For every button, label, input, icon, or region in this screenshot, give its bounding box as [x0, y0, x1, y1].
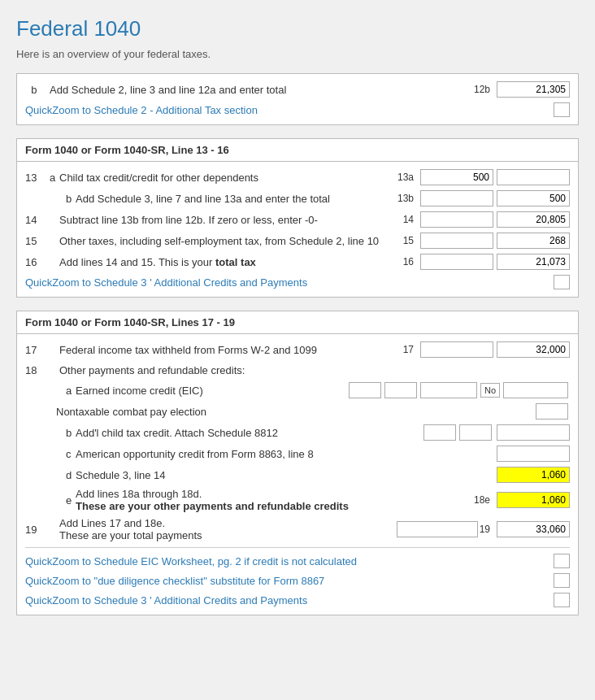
quickzoom-schedule2[interactable]: QuickZoom to Schedule 2 - Additional Tax… [25, 100, 570, 120]
row-14: 14 Subtract line 13b from line 12b. If z… [25, 209, 570, 230]
value-16-inline[interactable] [420, 254, 493, 270]
box-18b-2[interactable] [459, 424, 492, 441]
value-19[interactable]: 33,060 [497, 521, 570, 537]
row-18a-label: Earned income credit (EIC) [76, 385, 347, 397]
row-12b: b Add Schedule 2, line 3 and line 12a an… [25, 79, 570, 100]
section-lines-13-16: Form 1040 or Form 1040-SR, Line 13 - 16 … [16, 138, 579, 298]
row-18a: a Earned income credit (EIC) No [25, 380, 570, 401]
row-18a-nontaxable: Nontaxable combat pay election [25, 401, 570, 422]
sub-18a: a [66, 385, 76, 397]
row-16-label: Add lines 14 and 15. This is your total … [59, 256, 403, 268]
quickzoom-8867-label: QuickZoom to "due diligence checklist" s… [25, 575, 324, 587]
row-17-label: Federal income tax withheld from Forms W… [59, 344, 403, 356]
row-18b: b Add'l child tax credit. Attach Schedul… [25, 422, 570, 443]
value-17-right[interactable]: 32,000 [497, 341, 570, 358]
row-19: 19 Add Lines 17 and 18e. These are your … [25, 515, 570, 544]
line-ref-17: 17 [403, 344, 414, 355]
sub-18c: c [66, 448, 76, 460]
quickzoom-8867-box[interactable] [554, 573, 570, 588]
no-badge-18a: No [480, 383, 500, 398]
line-ref-14: 14 [403, 214, 414, 225]
page-title: Federal 1040 [16, 16, 579, 41]
row-18b-label: Add'l child tax credit. Attach Schedule … [76, 427, 422, 439]
value-18e[interactable]: 1,060 [497, 492, 570, 508]
value-14-right[interactable]: 20,805 [497, 211, 570, 228]
row-18d-label: Schedule 3, line 14 [76, 469, 493, 481]
quickzoom-8867[interactable]: QuickZoom to "due diligence checklist" s… [25, 571, 570, 590]
row-15: 15 Other taxes, including self-employmen… [25, 230, 570, 251]
row-18e: e Add lines 18a through 18d. These are y… [25, 485, 570, 515]
row-15-label: Other taxes, including self-employment t… [59, 235, 403, 247]
sub-a: a [50, 172, 59, 184]
sub-18d: d [66, 469, 76, 481]
row-number-b: b [25, 84, 50, 96]
row-18c: c American opportunity credit from Form … [25, 443, 570, 464]
line-ref-13b: 13b [397, 193, 414, 204]
top-section: b Add Schedule 2, line 3 and line 12a an… [16, 73, 579, 125]
row-18c-label: American opportunity credit from Form 88… [76, 448, 493, 460]
quickzoom-eic-box[interactable] [554, 554, 570, 568]
value-15-inline[interactable] [420, 233, 493, 249]
value-15-right[interactable]: 268 [497, 233, 570, 249]
value-13b-right[interactable]: 500 [497, 190, 570, 207]
section-13-16-header: Form 1040 or Form 1040-SR, Line 13 - 16 [17, 139, 578, 162]
quickzoom-schedule3-credits[interactable]: QuickZoom to Schedule 3 ' Additional Cre… [25, 272, 570, 292]
value-14-inline[interactable] [420, 211, 493, 228]
row-13b-label: Add Schedule 3, line 7 and line 13a and … [76, 193, 397, 205]
sub-18e: e [66, 494, 76, 507]
value-18d[interactable]: 1,060 [497, 467, 570, 483]
line-ref-12b: 12b [474, 84, 490, 95]
value-13a-right[interactable] [497, 169, 570, 185]
section-lines-17-19: Form 1040 or Form 1040-SR, Lines 17 - 19… [16, 311, 579, 615]
row-18d: d Schedule 3, line 14 1,060 [25, 464, 570, 485]
value-13a-inline[interactable]: 500 [420, 169, 493, 185]
quickzoom-schedule2-box[interactable] [554, 102, 570, 117]
row-18-label: Other payments and refundable credits: [59, 364, 570, 376]
box-18a-2[interactable] [384, 382, 417, 398]
value-13b-inline[interactable] [420, 190, 493, 207]
quickzoom-schedule3-payments-label: QuickZoom to Schedule 3 ' Additional Cre… [25, 594, 307, 607]
section-13-16-body: 13 a Child tax credit/credit for other d… [17, 162, 578, 297]
quickzoom-schedule3-box[interactable] [554, 275, 570, 289]
page-subtitle: Here is an overview of your federal taxe… [16, 48, 579, 60]
line-ref-18e: 18e [474, 494, 490, 506]
quickzoom-schedule3-payments[interactable]: QuickZoom to Schedule 3 ' Additional Cre… [25, 590, 570, 610]
box-19-input[interactable] [397, 521, 478, 537]
value-17-inline[interactable] [420, 341, 493, 358]
box-18b-1[interactable] [423, 424, 456, 441]
row-13b: b Add Schedule 3, line 7 and line 13a an… [25, 188, 570, 209]
quickzoom-schedule3-label: QuickZoom to Schedule 3 ' Additional Cre… [25, 276, 307, 289]
value-18b[interactable] [497, 424, 570, 441]
row-18a-nontaxable-label: Nontaxable combat pay election [56, 406, 534, 418]
box-18a-4[interactable] [503, 382, 568, 398]
quickzoom-eic[interactable]: QuickZoom to Schedule EIC Worksheet, pg.… [25, 551, 570, 571]
line-ref-19: 19 [480, 524, 490, 535]
row-18e-label: Add lines 18a through 18d. These are you… [76, 488, 474, 512]
row-13a: 13 a Child tax credit/credit for other d… [25, 167, 570, 188]
section-17-19-header: Form 1040 or Form 1040-SR, Lines 17 - 19 [17, 311, 578, 334]
line-ref-13a: 13a [397, 172, 414, 183]
box-nontaxable[interactable] [536, 403, 568, 420]
quickzoom-schedule3-payments-box[interactable] [554, 593, 570, 607]
box-18a-1[interactable] [349, 382, 381, 398]
row-12b-label: Add Schedule 2, line 3 and line 12a and … [50, 84, 474, 96]
row-16: 16 Add lines 14 and 15. This is your tot… [25, 251, 570, 272]
row-18-header: 18 Other payments and refundable credits… [25, 360, 570, 380]
quickzoom-schedule2-label: QuickZoom to Schedule 2 - Additional Tax… [25, 104, 258, 116]
box-18a-3[interactable] [420, 382, 477, 398]
value-16-right[interactable]: 21,073 [497, 254, 570, 270]
sub-18b: b [66, 427, 76, 439]
row-13a-label: Child tax credit/credit for other depend… [59, 172, 397, 184]
section-divider [25, 547, 570, 548]
line-ref-16: 16 [403, 256, 414, 267]
sub-b: b [66, 193, 76, 205]
section-17-19-body: 17 Federal income tax withheld from Form… [17, 334, 578, 615]
line-ref-15: 15 [403, 235, 414, 246]
value-18c[interactable] [497, 446, 570, 462]
row-19-label: Add Lines 17 and 18e. These are your tot… [59, 517, 395, 541]
value-12b[interactable]: 21,305 [497, 81, 570, 98]
quickzoom-eic-label: QuickZoom to Schedule EIC Worksheet, pg.… [25, 555, 357, 567]
row-17: 17 Federal income tax withheld from Form… [25, 339, 570, 360]
row-14-label: Subtract line 13b from line 12b. If zero… [59, 214, 403, 226]
